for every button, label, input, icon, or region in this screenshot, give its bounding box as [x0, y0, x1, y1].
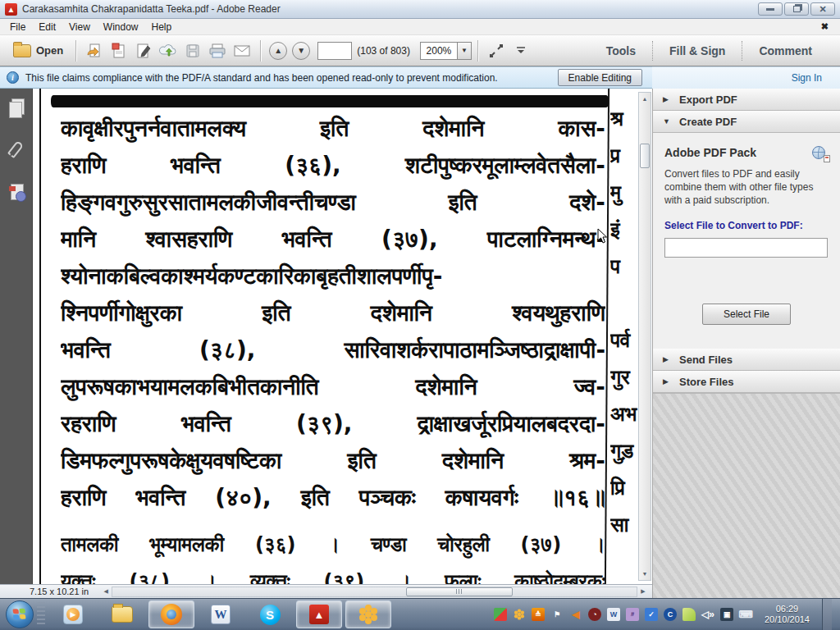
navigation-pane	[0, 89, 33, 584]
tab-fill-sign[interactable]: Fill & Sign	[653, 35, 742, 66]
export-pdf-label: Export PDF	[679, 94, 737, 106]
create-pdf-button[interactable]	[108, 40, 130, 62]
tray-flower-icon[interactable]	[513, 608, 526, 621]
next-page-button[interactable]: ▼	[292, 42, 310, 60]
taskbar-skype[interactable]: S	[247, 600, 293, 628]
text-fragment: पर्व	[610, 322, 638, 358]
menu-file[interactable]: File	[3, 20, 32, 34]
standards-icon[interactable]	[11, 184, 24, 200]
zoom-level-value[interactable]: 200%	[420, 42, 458, 60]
restore-button[interactable]	[784, 2, 809, 16]
taskbar-firefox[interactable]	[148, 600, 194, 628]
tray-notes-icon[interactable]	[682, 608, 696, 621]
section-store-files[interactable]: ▶ Store Files	[653, 371, 840, 393]
document-status-bar: 7.15 x 10.21 in ◀ ▶	[0, 584, 652, 598]
tray-office-icon[interactable]: 〃	[626, 608, 639, 621]
enable-editing-button[interactable]: Enable Editing	[558, 69, 642, 86]
chevron-right-icon: ▶	[663, 95, 671, 103]
taskbar-adobe-reader[interactable]: ▲	[296, 600, 342, 628]
printer-icon	[208, 43, 226, 59]
sign-in-link[interactable]: Sign In	[792, 72, 822, 84]
save-button[interactable]	[182, 40, 203, 62]
menu-help[interactable]: Help	[145, 20, 179, 34]
menu-edit[interactable]: Edit	[32, 20, 62, 34]
section-send-files[interactable]: ▶ Send Files	[653, 349, 840, 371]
more-tools-button[interactable]	[510, 40, 532, 62]
menu-window[interactable]: Window	[97, 20, 145, 34]
previous-page-button[interactable]: ▲	[269, 42, 287, 60]
word-icon: W	[211, 605, 231, 624]
select-file-button[interactable]: Select File	[702, 304, 791, 325]
tray-sync-icon[interactable]	[494, 608, 507, 621]
windows-taskbar: ▶ W S ▲ ≙ ⚑ ◀ ◔ W 〃 ✓ C ◁» ▣ ⌨ 06:29 20/…	[0, 598, 840, 630]
tray-volume-orange-icon[interactable]: ◀	[569, 608, 582, 621]
convert-to-pdf-button[interactable]	[84, 40, 105, 62]
horizontal-scroll-thumb[interactable]	[406, 587, 513, 596]
sanskrit-text-block: कावृक्षीरपुनर्नवातामलक्य इति दशेमानि कास…	[61, 110, 605, 516]
sign-in-strip: Sign In	[652, 66, 840, 89]
menu-view[interactable]: View	[62, 20, 97, 34]
document-text-line: मानि श्वासहराणि भवन्ति (३७), पाटलाग्निमन…	[61, 221, 605, 258]
document-view[interactable]: कावृक्षीरपुनर्नवातामलक्य इति दशेमानि कास…	[33, 89, 652, 584]
media-player-icon: ▶	[63, 605, 83, 624]
tray-updater-check-icon[interactable]: ✓	[645, 608, 658, 621]
taskbar-word[interactable]: W	[198, 600, 244, 628]
menu-bar: File Edit View Window Help ✖	[0, 19, 840, 35]
tray-update-icon[interactable]: ≙	[532, 608, 545, 621]
zoom-dropdown-arrow[interactable]: ▼	[458, 42, 472, 60]
scroll-right-arrow[interactable]: ▶	[637, 587, 649, 597]
taskbar-media-player[interactable]: ▶	[50, 600, 96, 628]
commentary-text-line: यक्तः (३८) । व्यक्तः (३९) । फल्गुः काष्ठ…	[61, 564, 605, 584]
page-number-input[interactable]	[317, 42, 352, 60]
pdf-pack-globe-icon	[812, 146, 829, 161]
select-file-label: Select File to Convert to PDF:	[664, 220, 829, 231]
taskbar-clock[interactable]: 06:29 20/10/2014	[758, 604, 816, 625]
scroll-left-arrow[interactable]: ◀	[100, 587, 112, 597]
vertical-scrollbar[interactable]: ▲ ▼	[638, 92, 651, 581]
page-count-label: (103 of 803)	[357, 45, 410, 57]
show-desktop-button[interactable]	[822, 599, 832, 630]
scroll-up-arrow[interactable]: ▲	[639, 93, 651, 105]
pdfa-notification-bar: i This file claims compliance with the P…	[0, 66, 652, 89]
tray-word-icon[interactable]: W	[607, 608, 620, 621]
close-button[interactable]: ✕	[810, 2, 835, 16]
floppy-disk-icon	[185, 43, 201, 59]
fit-page-button[interactable]	[486, 40, 507, 62]
document-arrow-icon	[86, 43, 103, 59]
chevron-down-icon: ▼	[663, 117, 671, 126]
horizontal-scroll-track[interactable]	[112, 587, 637, 597]
scroll-down-arrow[interactable]: ▼	[639, 568, 651, 580]
envelope-icon	[233, 43, 251, 59]
sign-button[interactable]	[133, 40, 154, 62]
attachments-paperclip-icon[interactable]	[7, 140, 23, 158]
page-thumbnails-icon[interactable]	[7, 98, 25, 118]
convert-file-input[interactable]	[664, 238, 828, 258]
section-create-pdf[interactable]: ▼ Create PDF	[653, 111, 840, 133]
restore-icon	[793, 6, 801, 12]
start-button[interactable]	[6, 600, 34, 628]
tray-volume-icon[interactable]: ◁»	[701, 608, 714, 621]
section-export-pdf[interactable]: ▶ Export PDF	[653, 89, 840, 111]
tray-ccleaner-icon[interactable]: C	[664, 608, 677, 621]
tray-network-icon[interactable]: ⌨	[739, 608, 752, 621]
tab-tools[interactable]: Tools	[590, 35, 652, 66]
taskbar-photo-app[interactable]	[345, 600, 391, 628]
document-text-line: डिमफल्गुपरूषकेक्षुयवषष्टिका इति दशेमानि …	[61, 442, 605, 479]
store-files-label: Store Files	[679, 376, 733, 388]
minimize-button[interactable]	[758, 2, 783, 16]
print-button[interactable]	[207, 40, 228, 62]
horizontal-scrollbar[interactable]: ◀ ▶	[100, 586, 649, 598]
chevron-more-icon	[515, 46, 527, 56]
tab-comment[interactable]: Comment	[742, 35, 829, 66]
email-button[interactable]	[231, 40, 253, 62]
tray-gauge-icon[interactable]: ◔	[588, 608, 601, 621]
document-text-line: श्योनाकबिल्वकाश्मर्यकण्टकारिकाबृहतीशालपर…	[61, 258, 605, 294]
tray-display-icon[interactable]: ▣	[720, 608, 733, 621]
taskbar-explorer[interactable]	[99, 600, 145, 628]
text-fragment: मु	[610, 174, 638, 211]
send-to-cloud-button[interactable]	[158, 40, 179, 62]
tray-action-center-flag-icon[interactable]: ⚑	[550, 608, 564, 621]
menubar-close-icon[interactable]: ✖	[821, 21, 829, 32]
vertical-scroll-thumb[interactable]	[640, 144, 650, 168]
open-button[interactable]: Open	[7, 41, 70, 61]
